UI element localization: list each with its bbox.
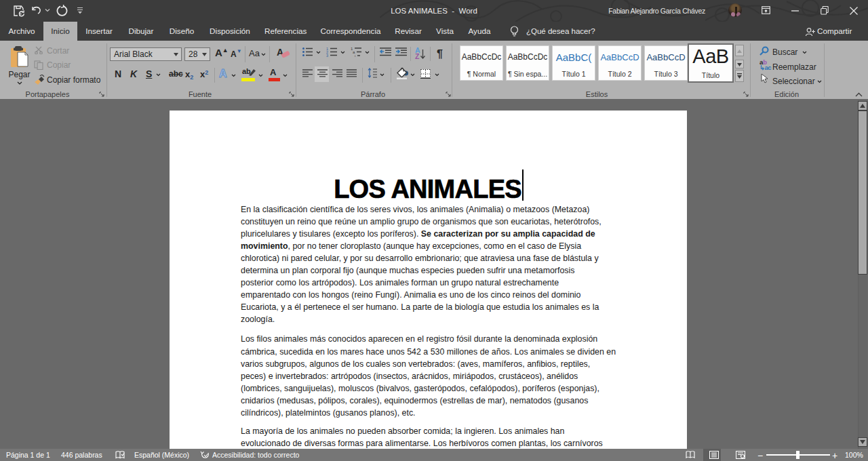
svg-text:3: 3 bbox=[326, 54, 328, 57]
svg-text:i: i bbox=[355, 54, 355, 58]
